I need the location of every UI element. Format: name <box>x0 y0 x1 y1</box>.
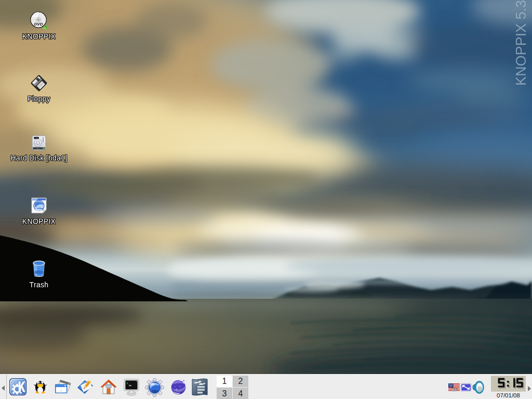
svg-text:>_: >_ <box>126 382 130 385</box>
svg-text:DVD: DVD <box>34 22 43 26</box>
svg-text:us: us <box>451 387 457 391</box>
